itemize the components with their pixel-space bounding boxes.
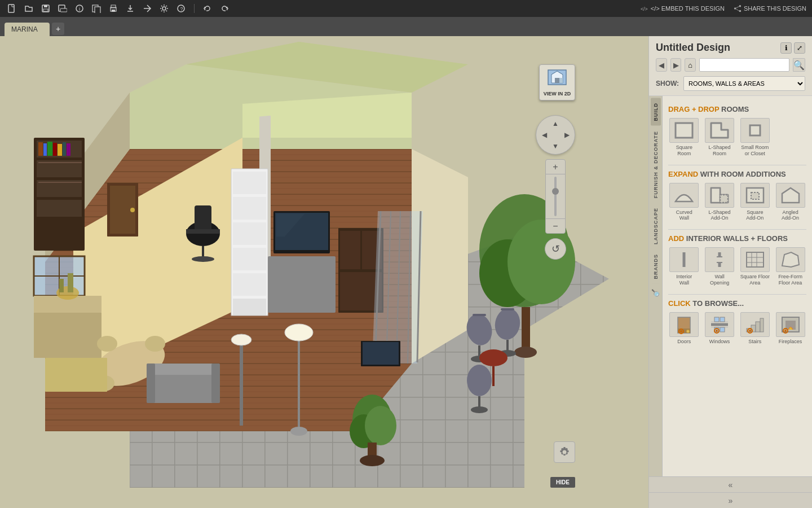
- panel-expand-button[interactable]: ⤢: [794, 42, 805, 54]
- svg-rect-42: [38, 142, 43, 156]
- nav-left-button[interactable]: ◀: [539, 129, 550, 141]
- square-floor-label: Square FloorArea: [740, 274, 770, 286]
- collapse-up-button[interactable]: «: [649, 476, 812, 492]
- view-in-2d-button[interactable]: VIEW IN 2D: [539, 64, 575, 100]
- nav-right-button[interactable]: ▶: [561, 129, 572, 141]
- svg-point-103: [365, 406, 396, 445]
- side-tab-brands[interactable]: BRANDS: [651, 249, 661, 284]
- help-icon[interactable]: ?: [175, 2, 187, 15]
- interior-header: ADD INTERIOR WALLS + FLOORS: [668, 234, 806, 243]
- zoom-slider-track[interactable]: [554, 177, 557, 216]
- square-addon-label: SquareAdd-On: [746, 209, 764, 222]
- tabbar: MARINA +: [0, 17, 812, 36]
- svg-rect-126: [363, 342, 399, 365]
- embed-button[interactable]: </> </> EMBED THIS DESIGN: [641, 5, 725, 12]
- small-room-icon: [740, 118, 770, 143]
- svg-rect-129: [45, 358, 107, 392]
- scene-settings-icon[interactable]: [554, 441, 575, 463]
- svg-point-100: [514, 347, 537, 358]
- wall-opening-item[interactable]: WallOpening: [704, 247, 736, 286]
- share-button[interactable]: SHARE THIS DESIGN: [734, 5, 806, 12]
- svg-rect-9: [95, 7, 100, 13]
- curved-wall-item[interactable]: CurvedWall: [668, 183, 700, 222]
- panel-content: DRAG + DROP ROOMS SquareRoom: [663, 96, 812, 476]
- svg-point-19: [734, 7, 736, 10]
- l-shaped-addon-item[interactable]: L-ShapedAdd-On: [704, 183, 736, 222]
- svg-rect-111: [501, 308, 514, 310]
- windows-label: Windows: [709, 339, 730, 345]
- panel-home-button[interactable]: ⌂: [685, 58, 696, 72]
- reset-view-button[interactable]: ↺: [545, 238, 566, 260]
- angled-addon-item[interactable]: AngledAdd-On: [774, 183, 806, 222]
- windows-item[interactable]: Windows: [704, 312, 736, 345]
- doors-label: Doors: [677, 339, 691, 345]
- svg-rect-73: [233, 273, 266, 296]
- svg-rect-44: [47, 142, 52, 156]
- show-dropdown[interactable]: ROOMS, WALLS & AREAS: [683, 76, 805, 91]
- side-tabs: BUILD FURNISH & DECORATE LANDSCAPE BRAND…: [649, 96, 663, 476]
- zoom-out-button[interactable]: −: [546, 218, 565, 233]
- panel-search-input[interactable]: [699, 58, 789, 72]
- panel-forward-button[interactable]: ▶: [670, 58, 682, 72]
- redo-icon[interactable]: [218, 2, 231, 15]
- svg-rect-74: [233, 299, 266, 316]
- svg-rect-72: [233, 248, 266, 270]
- side-tab-landscape[interactable]: LANDSCAPE: [651, 203, 661, 249]
- tab-marina[interactable]: MARINA: [5, 23, 50, 36]
- export-icon[interactable]: [124, 2, 136, 15]
- panel-search-button[interactable]: 🔍: [793, 58, 805, 72]
- add-tab-button[interactable]: +: [52, 23, 64, 35]
- small-room-item[interactable]: Small Roomor Closet: [739, 118, 771, 157]
- design-canvas[interactable]: VIEW IN 2D ▲ ▼ ◀ ▶ +: [0, 36, 648, 508]
- svg-point-116: [471, 406, 488, 413]
- svg-rect-47: [63, 142, 66, 156]
- svg-rect-5: [60, 8, 67, 12]
- curved-wall-label: CurvedWall: [676, 209, 692, 222]
- new-icon[interactable]: [6, 2, 18, 15]
- stairs-item[interactable]: Stairs: [739, 312, 771, 345]
- save-as-icon[interactable]: [56, 2, 69, 15]
- interior-wall-item[interactable]: InteriorWall: [668, 247, 700, 286]
- right-panel: Untitled Design ℹ ⤢ ◀ ▶ ⌂ 🔍 SHOW: ROOMS,…: [648, 36, 812, 508]
- square-floor-item[interactable]: Square FloorArea: [739, 247, 771, 286]
- fireplaces-label: Fireplaces: [779, 339, 802, 345]
- panel-back-button[interactable]: ◀: [656, 58, 667, 72]
- svg-point-128: [231, 334, 251, 345]
- svg-point-153: [687, 330, 689, 332]
- side-tab-build[interactable]: BUILD: [651, 98, 661, 126]
- fireplaces-item[interactable]: Fireplaces: [774, 312, 806, 345]
- square-addon-item[interactable]: SquareAdd-On: [739, 183, 771, 222]
- drag-drop-grid: SquareRoom L-ShapedRoom: [668, 118, 806, 157]
- zoom-slider-thumb[interactable]: [552, 188, 559, 195]
- side-tab-furnish[interactable]: FURNISH & DECORATE: [651, 126, 661, 203]
- svg-text:</>: </>: [641, 6, 648, 12]
- nav-down-button[interactable]: ▼: [550, 141, 561, 152]
- square-room-item[interactable]: SquareRoom: [668, 118, 700, 157]
- svg-rect-145: [747, 252, 764, 267]
- open-icon[interactable]: [23, 2, 35, 15]
- info-icon[interactable]: i: [73, 2, 86, 15]
- freeform-floor-item[interactable]: Free-FormFloor Area: [774, 247, 806, 286]
- settings-icon[interactable]: [158, 2, 170, 15]
- nav-up-button[interactable]: ▲: [550, 118, 561, 129]
- svg-rect-91: [147, 364, 155, 403]
- 2d-icon: [547, 69, 567, 90]
- hide-button[interactable]: HIDE: [550, 477, 575, 488]
- print-icon[interactable]: [107, 2, 120, 15]
- svg-rect-41: [37, 200, 82, 217]
- l-shaped-room-item[interactable]: L-ShapedRoom: [704, 118, 736, 157]
- zoom-in-button[interactable]: +: [546, 160, 565, 174]
- save-icon[interactable]: [39, 2, 52, 15]
- svg-rect-12: [112, 10, 115, 12]
- doors-item[interactable]: Doors: [668, 312, 700, 345]
- square-floor-icon: [740, 247, 770, 272]
- collapse-down-button[interactable]: »: [649, 492, 812, 508]
- fireplaces-icon: [776, 312, 805, 337]
- arrows-icon[interactable]: [141, 2, 153, 15]
- svg-point-114: [467, 365, 492, 396]
- angled-addon-label: AngledAdd-On: [782, 209, 799, 222]
- panel-info-button[interactable]: ℹ: [780, 42, 792, 54]
- undo-icon[interactable]: [201, 2, 214, 15]
- pages-icon[interactable]: [90, 2, 103, 15]
- side-tab-search[interactable]: 🔍: [650, 284, 662, 302]
